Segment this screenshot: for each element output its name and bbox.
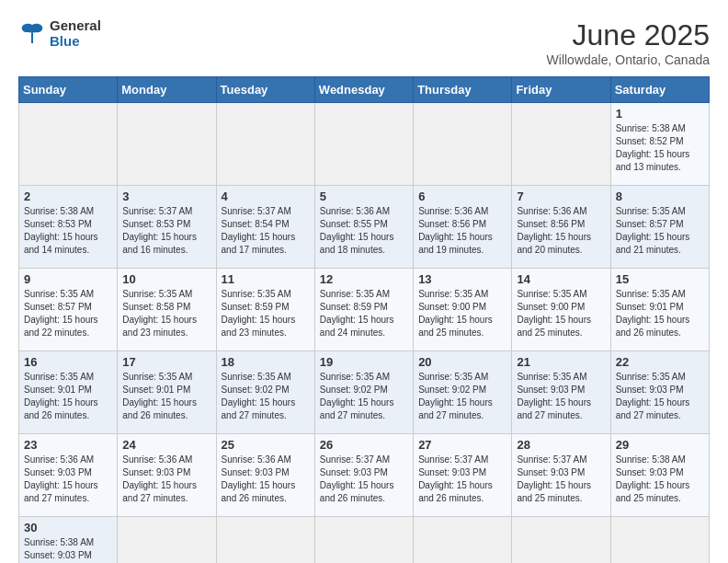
day-cell: 7Sunrise: 5:36 AMSunset: 8:56 PMDaylight…: [512, 186, 610, 269]
logo-bird-icon: [18, 20, 46, 48]
empty-cell: [118, 103, 216, 186]
day-number: 22: [616, 355, 704, 369]
day-number: 14: [517, 272, 605, 286]
day-number: 16: [24, 355, 112, 369]
day-cell: 11Sunrise: 5:35 AMSunset: 8:59 PMDayligh…: [216, 269, 314, 351]
day-cell: 6Sunrise: 5:36 AMSunset: 8:56 PMDaylight…: [414, 186, 512, 269]
day-cell: 22Sunrise: 5:35 AMSunset: 9:03 PMDayligh…: [610, 351, 709, 434]
day-cell: 14Sunrise: 5:35 AMSunset: 9:00 PMDayligh…: [512, 269, 610, 351]
day-number: 20: [418, 355, 506, 369]
day-number: 27: [418, 438, 506, 452]
header-saturday: Saturday: [610, 77, 709, 103]
day-info: Sunrise: 5:36 AMSunset: 9:03 PMDaylight:…: [222, 454, 310, 505]
day-number: 11: [222, 272, 310, 286]
day-number: 18: [222, 355, 310, 369]
day-info: Sunrise: 5:38 AMSunset: 9:03 PMDaylight:…: [24, 536, 112, 563]
empty-cell: [512, 103, 610, 186]
day-info: Sunrise: 5:35 AMSunset: 9:01 PMDaylight:…: [616, 288, 704, 339]
empty-cell: [314, 517, 413, 564]
day-cell: 23Sunrise: 5:36 AMSunset: 9:03 PMDayligh…: [19, 434, 118, 517]
day-info: Sunrise: 5:35 AMSunset: 9:01 PMDaylight:…: [24, 371, 112, 422]
day-info: Sunrise: 5:37 AMSunset: 8:54 PMDaylight:…: [222, 205, 310, 257]
day-cell: 25Sunrise: 5:36 AMSunset: 9:03 PMDayligh…: [216, 434, 314, 517]
header-friday: Friday: [512, 77, 610, 103]
day-info: Sunrise: 5:36 AMSunset: 8:55 PMDaylight:…: [320, 205, 408, 257]
day-number: 15: [616, 272, 704, 286]
logo: General Blue: [18, 18, 101, 49]
day-number: 6: [418, 190, 506, 203]
day-number: 29: [616, 438, 704, 452]
calendar-row: 16Sunrise: 5:35 AMSunset: 9:01 PMDayligh…: [19, 351, 710, 434]
logo-container: General Blue: [18, 18, 101, 49]
day-number: 10: [122, 272, 210, 286]
day-number: 19: [320, 355, 408, 369]
day-info: Sunrise: 5:35 AMSunset: 9:03 PMDaylight:…: [517, 371, 605, 422]
day-number: 5: [320, 190, 408, 203]
day-cell: 9Sunrise: 5:35 AMSunset: 8:57 PMDaylight…: [19, 269, 118, 351]
day-info: Sunrise: 5:35 AMSunset: 8:59 PMDaylight:…: [320, 288, 408, 339]
day-info: Sunrise: 5:35 AMSunset: 9:02 PMDaylight:…: [418, 371, 506, 422]
day-cell: 21Sunrise: 5:35 AMSunset: 9:03 PMDayligh…: [512, 351, 610, 434]
day-number: 26: [320, 438, 408, 452]
day-number: 23: [24, 438, 112, 452]
day-cell: 27Sunrise: 5:37 AMSunset: 9:03 PMDayligh…: [414, 434, 512, 517]
header-monday: Monday: [118, 77, 216, 103]
day-info: Sunrise: 5:35 AMSunset: 8:58 PMDaylight:…: [122, 288, 210, 339]
day-number: 25: [222, 438, 310, 452]
day-cell: 28Sunrise: 5:37 AMSunset: 9:03 PMDayligh…: [512, 434, 610, 517]
empty-cell: [512, 517, 610, 564]
day-number: 4: [222, 190, 310, 203]
day-info: Sunrise: 5:35 AMSunset: 9:02 PMDaylight:…: [222, 371, 310, 422]
day-cell: 20Sunrise: 5:35 AMSunset: 9:02 PMDayligh…: [414, 351, 512, 434]
day-info: Sunrise: 5:38 AMSunset: 9:03 PMDaylight:…: [616, 454, 704, 505]
day-cell: 13Sunrise: 5:35 AMSunset: 9:00 PMDayligh…: [414, 269, 512, 351]
header-tuesday: Tuesday: [216, 77, 314, 103]
day-cell: 26Sunrise: 5:37 AMSunset: 9:03 PMDayligh…: [314, 434, 413, 517]
calendar-title: June 2025: [547, 18, 710, 52]
day-info: Sunrise: 5:35 AMSunset: 9:00 PMDaylight:…: [418, 288, 506, 339]
day-cell: 15Sunrise: 5:35 AMSunset: 9:01 PMDayligh…: [610, 269, 709, 351]
day-cell: 29Sunrise: 5:38 AMSunset: 9:03 PMDayligh…: [610, 434, 709, 517]
day-number: 12: [320, 272, 408, 286]
day-info: Sunrise: 5:36 AMSunset: 9:03 PMDaylight:…: [122, 454, 210, 505]
day-info: Sunrise: 5:36 AMSunset: 8:56 PMDaylight:…: [517, 205, 605, 257]
day-cell: 30Sunrise: 5:38 AMSunset: 9:03 PMDayligh…: [19, 517, 118, 564]
calendar-row: 1Sunrise: 5:38 AMSunset: 8:52 PMDaylight…: [19, 103, 710, 186]
logo-general: General: [50, 18, 101, 34]
day-cell: 4Sunrise: 5:37 AMSunset: 8:54 PMDaylight…: [216, 186, 314, 269]
day-cell: 16Sunrise: 5:35 AMSunset: 9:01 PMDayligh…: [19, 351, 118, 434]
day-cell: 3Sunrise: 5:37 AMSunset: 8:53 PMDaylight…: [118, 186, 216, 269]
empty-cell: [19, 103, 118, 186]
day-number: 21: [517, 355, 605, 369]
day-info: Sunrise: 5:37 AMSunset: 9:03 PMDaylight:…: [418, 454, 506, 505]
day-cell: 10Sunrise: 5:35 AMSunset: 8:58 PMDayligh…: [118, 269, 216, 351]
header-sunday: Sunday: [19, 77, 118, 103]
day-number: 24: [122, 438, 210, 452]
calendar-row: 30Sunrise: 5:38 AMSunset: 9:03 PMDayligh…: [19, 517, 710, 564]
calendar-row: 23Sunrise: 5:36 AMSunset: 9:03 PMDayligh…: [19, 434, 710, 517]
day-info: Sunrise: 5:35 AMSunset: 9:02 PMDaylight:…: [320, 371, 408, 422]
day-info: Sunrise: 5:38 AMSunset: 8:52 PMDaylight:…: [616, 122, 704, 174]
day-cell: 12Sunrise: 5:35 AMSunset: 8:59 PMDayligh…: [314, 269, 413, 351]
day-cell: 1Sunrise: 5:38 AMSunset: 8:52 PMDaylight…: [610, 103, 709, 186]
day-info: Sunrise: 5:35 AMSunset: 8:57 PMDaylight:…: [616, 205, 704, 257]
header-row: SundayMondayTuesdayWednesdayThursdayFrid…: [19, 77, 710, 103]
day-cell: 19Sunrise: 5:35 AMSunset: 9:02 PMDayligh…: [314, 351, 413, 434]
day-cell: 8Sunrise: 5:35 AMSunset: 8:57 PMDaylight…: [610, 186, 709, 269]
empty-cell: [414, 517, 512, 564]
day-number: 30: [24, 521, 112, 534]
day-info: Sunrise: 5:35 AMSunset: 8:59 PMDaylight:…: [222, 288, 310, 339]
day-cell: 5Sunrise: 5:36 AMSunset: 8:55 PMDaylight…: [314, 186, 413, 269]
header-wednesday: Wednesday: [314, 77, 413, 103]
empty-cell: [118, 517, 216, 564]
day-number: 9: [24, 272, 112, 286]
calendar-row: 2Sunrise: 5:38 AMSunset: 8:53 PMDaylight…: [19, 186, 710, 269]
day-number: 1: [616, 107, 704, 121]
day-info: Sunrise: 5:37 AMSunset: 8:53 PMDaylight:…: [122, 205, 210, 257]
day-number: 8: [616, 190, 704, 203]
day-info: Sunrise: 5:36 AMSunset: 9:03 PMDaylight:…: [24, 454, 112, 505]
empty-cell: [610, 517, 709, 564]
page-header: General Blue June 2025 Willowdale, Ontar…: [18, 18, 710, 67]
day-cell: 2Sunrise: 5:38 AMSunset: 8:53 PMDaylight…: [19, 186, 118, 269]
day-info: Sunrise: 5:37 AMSunset: 9:03 PMDaylight:…: [320, 454, 408, 505]
